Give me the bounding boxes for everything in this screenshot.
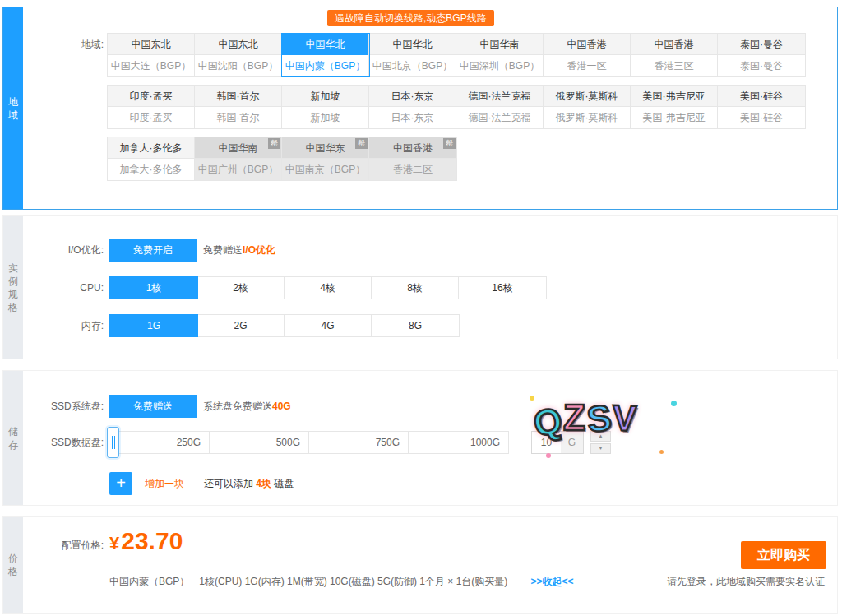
data-disk-label: SSD数据盘: (3, 431, 104, 454)
price-section: 价格 配置价格: ¥23.70 中国内蒙（BGP） 1核(CPU) 1G(内存)… (2, 516, 838, 614)
region-tab-sub: 中国深圳（BGP） (456, 55, 543, 76)
price-section-sidebar: 价格 (3, 517, 23, 613)
region-group: 加拿大·多伦多加拿大·多伦多中国华南罄中国广州（BGP）中国华东罄中国南京（BG… (107, 137, 457, 181)
memory-option[interactable]: 2G (197, 315, 285, 336)
region-tab-title: 韩国·首尔 (195, 86, 281, 107)
region-tab[interactable]: 中国东北中国大连（BGP） (108, 34, 195, 76)
buy-now-button[interactable]: 立即购买 (741, 541, 826, 569)
region-tab-title: 日本·东京 (369, 86, 456, 107)
region-tab[interactable]: 日本·东京日本·东京 (369, 86, 456, 128)
data-disk-tick[interactable]: 250G (110, 432, 210, 453)
region-tab-sub: 香港二区 (369, 159, 456, 180)
memory-option[interactable]: 8G (372, 315, 459, 336)
data-disk-slider-handle[interactable] (107, 427, 119, 458)
region-tab[interactable]: 中国东北中国沈阳（BGP） (195, 34, 282, 76)
io-label: I/O优化: (3, 239, 104, 262)
cpu-option[interactable]: 8核 (372, 277, 459, 299)
watermark-dot (530, 396, 534, 401)
config-summary: 中国内蒙（BGP） 1核(CPU) 1G(内存) 1M(带宽) 10G(磁盘) … (109, 575, 573, 588)
watermark-dot (671, 401, 677, 406)
region-tab-sub: 美国·硅谷 (718, 107, 805, 128)
soldout-badge: 罄 (268, 138, 280, 149)
collapse-link[interactable]: >>收起<< (530, 576, 573, 587)
data-disk-tick[interactable]: 500G (210, 432, 309, 453)
price-value: 23.70 (121, 527, 183, 554)
region-tab[interactable]: 中国华北中国北京（BGP） (369, 34, 456, 76)
soldout-badge: 罄 (443, 138, 456, 149)
region-tab[interactable]: 泰国·曼谷泰国·曼谷 (718, 34, 805, 76)
io-free-button[interactable]: 免费开启 (109, 239, 197, 262)
region-tab-title: 中国东北 (195, 34, 281, 55)
region-tab-title: 泰国·曼谷 (718, 34, 805, 55)
data-disk-tick[interactable]: 750G (309, 432, 409, 453)
region-tab-sub: 中国广州（BGP） (195, 159, 281, 180)
region-tab[interactable]: 中国香港香港一区 (544, 34, 631, 76)
memory-option[interactable]: 1G (109, 314, 198, 337)
region-tab[interactable]: 德国·法兰克福德国·法兰克福 (456, 86, 544, 128)
soldout-badge: 罄 (355, 138, 368, 149)
spec-section: 实例规格 I/O优化: 免费开启 免费赠送I/O优化 CPU: 1核2核4核8核… (2, 215, 838, 359)
region-tab: 中国华南罄中国广州（BGP） (195, 137, 282, 180)
region-tab-title: 德国·法兰克福 (456, 86, 543, 107)
region-tab-sub: 中国大连（BGP） (108, 55, 194, 76)
region-tab-title: 美国·硅谷 (718, 86, 805, 107)
system-disk-note: 系统盘免费赠送40G (203, 395, 291, 418)
region-tab-sub: 中国南京（BGP） (282, 159, 368, 180)
watermark-letter: S (585, 396, 615, 440)
region-tab: 中国华东罄中国南京（BGP） (282, 137, 369, 180)
region-tab-title: 加拿大·多伦多 (108, 137, 194, 159)
cpu-option[interactable]: 1核 (109, 276, 198, 299)
system-disk-free-button[interactable]: 免费赠送 (109, 395, 197, 418)
add-disk-link[interactable]: 增加一块 (145, 472, 184, 495)
region-tab-sub: 俄罗斯·莫斯科 (544, 107, 630, 128)
cpu-option[interactable]: 2核 (197, 277, 285, 299)
data-disk-tick[interactable]: 1000G (409, 432, 508, 453)
cpu-option[interactable]: 4核 (285, 277, 372, 299)
region-tab[interactable]: 美国·硅谷美国·硅谷 (718, 86, 805, 128)
region-tab-sub: 香港一区 (544, 55, 630, 76)
region-tab-title: 中国香港 (631, 34, 717, 55)
add-disk-note-post: 磁盘 (271, 478, 294, 489)
region-tab-sub: 中国北京（BGP） (369, 55, 456, 76)
region-tab: 中国香港罄香港二区 (369, 137, 456, 180)
stepper-down-icon[interactable]: ▼ (590, 443, 611, 454)
region-tab[interactable]: 中国华北中国内蒙（BGP） (282, 34, 369, 76)
region-tab[interactable]: 中国香港香港三区 (631, 34, 718, 76)
region-tab[interactable]: 俄罗斯·莫斯科俄罗斯·莫斯科 (544, 86, 631, 128)
cpu-label: CPU: (3, 276, 104, 299)
region-tab-title: 美国·弗吉尼亚 (631, 86, 717, 107)
region-tab[interactable]: 加拿大·多伦多加拿大·多伦多 (108, 137, 195, 180)
watermark-letter: V (612, 397, 639, 439)
region-tab-title: 新加坡 (282, 86, 368, 107)
price-amount: ¥23.70 (109, 527, 183, 555)
region-tab-sub: 印度·孟买 (108, 107, 194, 128)
region-section-label: 地域 (7, 95, 19, 122)
region-tab-title: 中国东北 (108, 34, 194, 55)
region-tab-title: 中国华北 (369, 34, 456, 55)
region-tab-sub: 泰国·曼谷 (718, 55, 805, 76)
region-tab[interactable]: 新加坡新加坡 (282, 86, 369, 128)
region-group: 印度·孟买印度·孟买韩国·首尔韩国·首尔新加坡新加坡日本·东京日本·东京德国·法… (107, 85, 806, 129)
region-tab[interactable]: 美国·弗吉尼亚美国·弗吉尼亚 (631, 86, 718, 128)
login-required-note: 请先登录，此地域购买需要实名认证 (667, 575, 825, 589)
watermark-dot (546, 453, 551, 458)
watermark-letter: Q (530, 399, 567, 445)
region-tab-groups: 中国东北中国大连（BGP）中国东北中国沈阳（BGP）中国华北中国内蒙（BGP）中… (107, 33, 806, 188)
region-tab[interactable]: 中国华南中国深圳（BGP） (456, 34, 544, 76)
memory-option[interactable]: 4G (285, 315, 372, 336)
system-disk-label: SSD系统盘: (3, 395, 104, 418)
io-note-em: I/O优化 (243, 244, 275, 256)
cpu-option[interactable]: 16核 (459, 277, 546, 299)
region-tab[interactable]: 韩国·首尔韩国·首尔 (195, 86, 282, 128)
currency-symbol: ¥ (109, 533, 119, 553)
region-tab-sub: 新加坡 (282, 107, 368, 128)
add-disk-plus-icon[interactable]: + (109, 472, 132, 495)
system-disk-note-plain: 系统盘免费赠送 (203, 401, 272, 412)
region-tab[interactable]: 印度·孟买印度·孟买 (108, 86, 195, 128)
add-disk-note-em: 4块 (256, 478, 271, 489)
data-disk-slider-track[interactable]: 250G500G750G1000G (109, 431, 509, 454)
add-disk-note-pre: 还可以添加 (204, 478, 256, 489)
cpu-option-group: 1核2核4核8核16核 (109, 276, 547, 299)
region-tab-sub: 加拿大·多伦多 (108, 159, 194, 180)
region-tab-sub: 日本·东京 (369, 107, 456, 128)
